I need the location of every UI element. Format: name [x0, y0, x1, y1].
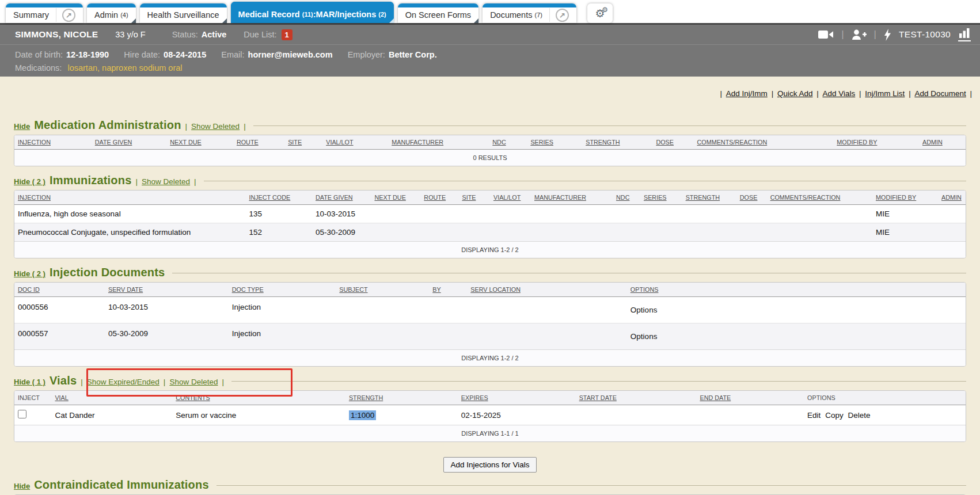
column-header-strength[interactable]: STRENGTH	[582, 135, 652, 150]
column-header-admin[interactable]: ADMIN	[919, 135, 966, 150]
column-header-modified-by[interactable]: MODIFIED BY	[872, 191, 938, 205]
column-header-site[interactable]: SITE	[458, 191, 490, 205]
column-header-series[interactable]: SERIES	[527, 135, 582, 150]
show-deleted-link[interactable]: Show Deleted	[169, 378, 218, 386]
column-header-subject[interactable]: SUBJECT	[336, 283, 429, 297]
column-header-next-due[interactable]: NEXT DUE	[371, 191, 420, 205]
column-header-start-date[interactable]: START DATE	[576, 391, 697, 405]
column-header-strength[interactable]: STRENGTH	[682, 191, 736, 205]
column-header-manufacturer[interactable]: MANUFACTURER	[388, 135, 489, 150]
gear-icon-small: ⚙	[602, 6, 608, 14]
settings-button[interactable]: ⚙ ⚙	[587, 3, 613, 23]
show-expired-ended-link[interactable]: Show Expired/Ended	[87, 378, 159, 386]
column-header-series[interactable]: SERIES	[640, 191, 682, 205]
tab-on-screen-forms[interactable]: On Screen Forms	[398, 3, 478, 23]
column-header-route[interactable]: ROUTE	[420, 191, 458, 205]
popout-icon[interactable]: ↗	[556, 9, 569, 22]
column-header-next-due[interactable]: NEXT DUE	[166, 135, 233, 150]
section-title: Injection Documents	[50, 266, 165, 279]
column-header-by[interactable]: BY	[429, 283, 467, 297]
video-camera-icon[interactable]	[818, 29, 834, 40]
tab-documents-label: Documents	[490, 10, 532, 20]
cell-date-given: 10-03-2015	[312, 205, 371, 223]
show-deleted-link[interactable]: Show Deleted	[191, 122, 240, 131]
column-header-comments[interactable]: COMMENTS/REACTION	[693, 135, 833, 150]
inj-imm-list-link[interactable]: Inj/Imm List	[865, 89, 905, 98]
medications-list[interactable]: losartan, naproxen sodium oral	[67, 63, 182, 73]
tab-medical-record[interactable]: Medical Record (11) :MAR/Injections (2)	[231, 2, 394, 23]
status-value: Active	[202, 30, 227, 39]
add-injections-for-vials-button[interactable]: Add Injections for Vials	[443, 457, 536, 473]
tab-admin-count: (4)	[120, 12, 128, 18]
column-header-injection[interactable]: INJECTION	[14, 135, 92, 150]
column-header-route[interactable]: ROUTE	[233, 135, 284, 150]
cell-modified-by: MIE	[872, 223, 938, 242]
pipe: |	[164, 378, 166, 386]
column-header-dose[interactable]: DOSE	[736, 191, 767, 205]
tab-divider	[549, 8, 550, 22]
edit-link[interactable]: Edit	[807, 411, 821, 420]
tab-documents[interactable]: Documents (7) ↗	[483, 3, 576, 23]
column-header-end-date[interactable]: END DATE	[696, 391, 804, 405]
due-list-badge[interactable]: 1	[282, 29, 293, 40]
cell-options[interactable]: Options	[627, 297, 966, 323]
section-title: Contraindicated Immunizations	[34, 478, 209, 492]
show-deleted-link[interactable]: Show Deleted	[142, 177, 190, 186]
cell-options: Edit Copy Delete	[804, 405, 966, 425]
column-header-vial[interactable]: VIAL	[51, 391, 172, 405]
column-header-strength[interactable]: STRENGTH	[345, 391, 458, 405]
document-row: 0000556 10-03-2015 Injection Options	[14, 297, 966, 323]
tab-admin[interactable]: Admin (4)	[87, 3, 136, 23]
column-header-comments[interactable]: COMMENTS/REACTION	[767, 191, 872, 205]
hide-link[interactable]: Hide ( 1 )	[14, 378, 45, 386]
hide-link[interactable]: Hide ( 2 )	[14, 177, 45, 186]
quick-add-link[interactable]: Quick Add	[777, 89, 813, 98]
section-title: Medication Administration	[34, 119, 181, 132]
tab-summary[interactable]: Summary ↗	[6, 3, 83, 23]
hide-link[interactable]: Hide ( 2 )	[14, 269, 45, 278]
hide-link[interactable]: Hide	[14, 482, 30, 490]
hide-link[interactable]: Hide	[14, 122, 30, 131]
column-header-ndc[interactable]: NDC	[489, 135, 527, 150]
column-header-ndc[interactable]: NDC	[613, 191, 640, 205]
column-header-injection[interactable]: INJECTION	[14, 191, 245, 205]
lightning-icon[interactable]	[884, 29, 891, 41]
column-header-doc-id[interactable]: DOC ID	[14, 283, 105, 297]
column-header-manufacturer[interactable]: MANUFACTURER	[531, 191, 613, 205]
column-header-contents[interactable]: CONTENTS	[172, 391, 345, 405]
column-header-date-given[interactable]: DATE GIVEN	[92, 135, 167, 150]
column-header-inject-code[interactable]: INJECT CODE	[245, 191, 312, 205]
cell-doc-id[interactable]: 0000557	[14, 323, 105, 350]
tab-summary-label: Summary	[13, 10, 49, 20]
add-vials-link[interactable]: Add Vials	[823, 89, 856, 98]
column-header-modified-by[interactable]: MODIFIED BY	[833, 135, 919, 150]
popout-icon[interactable]: ↗	[62, 9, 75, 22]
delete-link[interactable]: Delete	[848, 411, 870, 420]
column-header-admin[interactable]: ADMIN	[938, 191, 966, 205]
column-header-doc-type[interactable]: DOC TYPE	[229, 283, 336, 297]
column-header-serv-date[interactable]: SERV DATE	[105, 283, 229, 297]
pipe: |	[222, 378, 224, 386]
column-header-vial-lot[interactable]: VIAL/LOT	[490, 191, 531, 205]
column-header-options[interactable]: OPTIONS	[627, 283, 966, 297]
column-header-dose[interactable]: DOSE	[652, 135, 693, 150]
section-injection-documents: Hide ( 2 ) Injection Documents DOC ID SE…	[14, 266, 966, 367]
cell-doc-id[interactable]: 0000556	[14, 297, 105, 323]
column-header-site[interactable]: SITE	[284, 135, 322, 150]
cell-start-date	[576, 405, 697, 425]
copy-link[interactable]: Copy	[825, 411, 844, 420]
column-header-date-given[interactable]: DATE GIVEN	[312, 191, 371, 205]
column-header-expires[interactable]: EXPIRES	[458, 391, 576, 405]
cell-options[interactable]: Options	[627, 323, 966, 350]
vial-checkbox[interactable]	[18, 410, 26, 418]
flowsheet-chart-icon[interactable]	[958, 28, 971, 41]
pipe: |	[816, 89, 819, 98]
tab-health-surveillance[interactable]: Health Surveillance	[140, 3, 227, 23]
add-inj-imm-link[interactable]: Add Inj/Imm	[726, 89, 768, 98]
due-list-label: Due List:	[244, 30, 276, 39]
column-header-vial-lot[interactable]: VIAL/LOT	[322, 135, 388, 150]
pipe: |	[136, 177, 138, 186]
add-document-link[interactable]: Add Document	[914, 89, 966, 98]
add-person-icon[interactable]	[852, 29, 867, 40]
column-header-serv-location[interactable]: SERV LOCATION	[467, 283, 627, 297]
